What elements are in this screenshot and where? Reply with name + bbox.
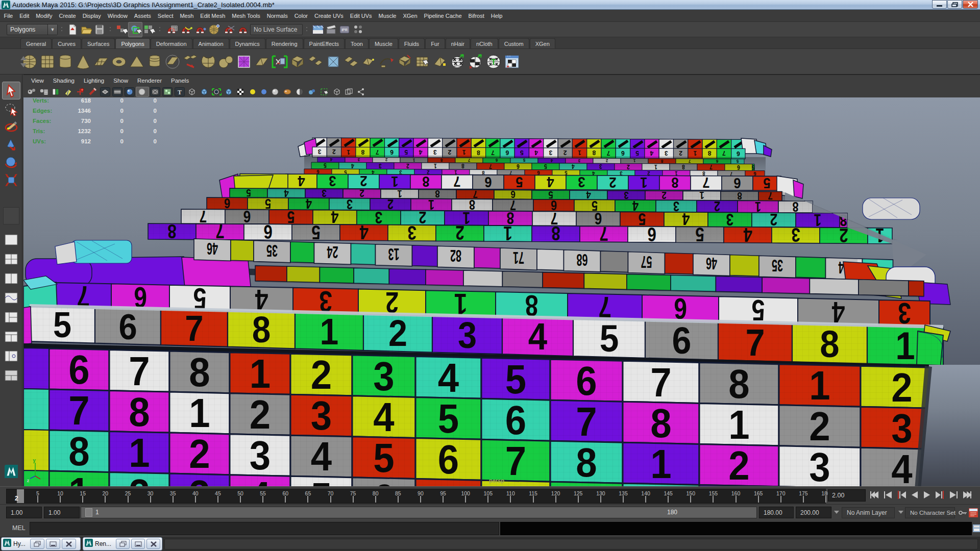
svg-text:1346: 1346 [78,108,91,114]
svg-text:Tris:: Tris: [33,128,45,134]
svg-text:Faces:: Faces: [33,118,51,124]
svg-text:618: 618 [81,97,91,104]
svg-text:IPR: IPR [341,28,348,32]
svg-text:Edges:: Edges: [33,108,52,114]
svg-text:z: z [27,478,30,483]
svg-text:y: y [33,458,36,463]
svg-text:UVs:: UVs: [33,138,46,144]
svg-text:persp: persp [489,478,504,484]
svg-text:0: 0 [154,138,157,144]
svg-text:0: 0 [154,128,157,134]
svg-text:T: T [178,89,182,96]
svg-text:Verts:: Verts: [33,97,49,104]
svg-text:0: 0 [154,97,157,104]
svg-text:1232: 1232 [78,128,91,134]
svg-text:0: 0 [120,118,124,124]
svg-text:0: 0 [120,128,124,134]
svg-text:730: 730 [81,118,91,124]
svg-text:0: 0 [120,97,124,104]
svg-text:0: 0 [120,138,124,144]
svg-text:0: 0 [154,108,157,114]
svg-text:0: 0 [154,118,157,124]
svg-text:912: 912 [81,138,91,144]
svg-text:0: 0 [120,108,124,114]
